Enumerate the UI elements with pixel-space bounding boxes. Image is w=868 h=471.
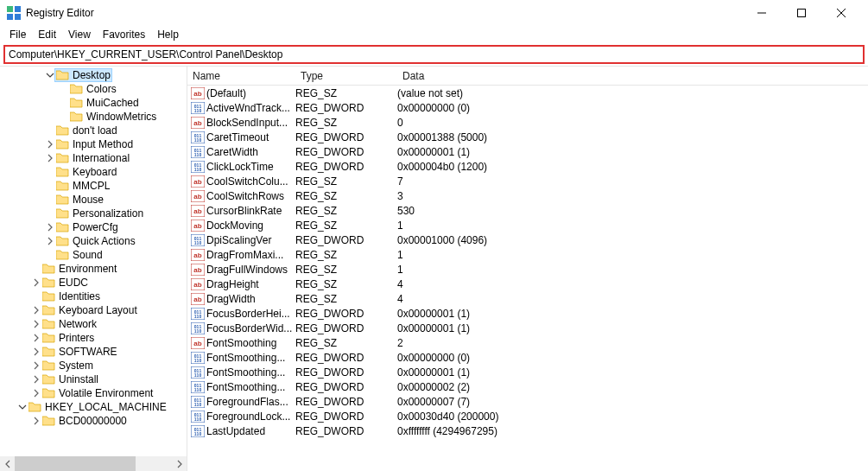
expand-icon[interactable] — [45, 153, 55, 163]
list-row[interactable]: CursorBlinkRateREG_SZ530 — [187, 203, 868, 218]
expand-icon[interactable] — [31, 333, 41, 343]
expand-icon[interactable] — [31, 360, 41, 371]
tree-item[interactable]: Identities — [0, 290, 187, 303]
menu-file[interactable]: File — [3, 28, 32, 41]
tree-item[interactable]: Mouse — [0, 193, 187, 207]
menu-bar: File Edit View Favorites Help — [0, 26, 868, 43]
scroll-left-icon[interactable] — [0, 456, 15, 471]
expand-icon[interactable] — [45, 222, 55, 232]
expand-icon[interactable] — [45, 139, 55, 150]
list-row[interactable]: DragHeightREG_SZ4 — [187, 277, 868, 291]
list-row[interactable]: CaretWidthREG_DWORD0x00000001 (1) — [187, 144, 868, 159]
value-type: REG_DWORD — [295, 161, 397, 173]
expand-icon[interactable] — [31, 347, 41, 357]
expand-icon[interactable] — [31, 305, 41, 315]
list-row[interactable]: DpiScalingVerREG_DWORD0x00001000 (4096) — [187, 232, 868, 247]
folder-icon — [56, 152, 70, 164]
list-row[interactable]: CoolSwitchRowsREG_SZ3 — [187, 188, 868, 203]
tree-item[interactable]: MMCPL — [0, 179, 187, 193]
tree-item[interactable]: Keyboard — [0, 165, 187, 179]
value-type: REG_DWORD — [295, 234, 397, 246]
list-row[interactable]: FocusBorderHei...REG_DWORD0x00000001 (1) — [187, 306, 868, 321]
list-row[interactable]: FocusBorderWid...REG_DWORD0x00000001 (1) — [187, 321, 868, 335]
list-row[interactable]: LastUpdatedREG_DWORD0xffffffff (42949672… — [187, 423, 868, 438]
value-name: CaretWidth — [206, 146, 295, 158]
expand-icon[interactable] — [45, 236, 55, 246]
tree-item-label: Environment — [59, 263, 117, 275]
list-row[interactable]: DragWidthREG_SZ4 — [187, 291, 868, 306]
list-row[interactable]: CaretTimeoutREG_DWORD0x00001388 (5000) — [187, 130, 868, 144]
tree-item[interactable]: BCD00000000 — [0, 414, 187, 428]
value-data: 0x00000007 (7) — [397, 396, 868, 408]
list-row[interactable]: DragFullWindowsREG_SZ1 — [187, 262, 868, 277]
tree-item[interactable]: Printers — [0, 331, 187, 345]
list-row[interactable]: ClickLockTimeREG_DWORD0x000004b0 (1200) — [187, 159, 868, 174]
tree-item[interactable]: System — [0, 359, 187, 372]
list-row[interactable]: ForegroundFlas...REG_DWORD0x00000007 (7) — [187, 394, 868, 409]
tree-item[interactable]: Colors — [0, 82, 187, 96]
scroll-track[interactable] — [15, 456, 172, 471]
tree-item[interactable]: WindowMetrics — [0, 110, 187, 124]
tree-item[interactable]: SOFTWARE — [0, 345, 187, 359]
value-type: REG_DWORD — [295, 381, 397, 393]
list-row[interactable]: BlockSendInput...REG_SZ0 — [187, 115, 868, 130]
column-name[interactable]: Name — [187, 67, 295, 85]
list-row[interactable]: DragFromMaxi...REG_SZ1 — [187, 247, 868, 262]
tree-item[interactable]: Uninstall — [0, 372, 187, 386]
tree-item[interactable]: Environment — [0, 262, 187, 276]
expand-icon[interactable] — [31, 388, 41, 398]
svg-rect-9 — [798, 10, 806, 17]
tree-item[interactable]: International — [0, 151, 187, 165]
tree-item[interactable]: Quick Actions — [0, 234, 187, 248]
tree-item[interactable]: Input Method — [0, 137, 187, 151]
list-row[interactable]: FontSmoothing...REG_DWORD0x00000001 (1) — [187, 365, 868, 379]
list-row[interactable]: DockMovingREG_SZ1 — [187, 218, 868, 232]
folder-icon — [56, 194, 70, 206]
menu-favorites[interactable]: Favorites — [97, 28, 151, 41]
column-data[interactable]: Data — [397, 67, 868, 85]
tree-pane[interactable]: DesktopColorsMuiCachedWindowMetricsdon't… — [0, 67, 187, 471]
value-type: REG_SZ — [295, 205, 397, 217]
tree-item[interactable]: don't load — [0, 124, 187, 137]
expand-icon[interactable] — [31, 277, 41, 288]
maximize-button[interactable] — [782, 0, 821, 26]
menu-view[interactable]: View — [62, 28, 97, 41]
tree-item[interactable]: MuiCached — [0, 96, 187, 110]
scroll-thumb[interactable] — [15, 456, 136, 471]
list-row[interactable]: ActiveWndTrack...REG_DWORD0x00000000 (0) — [187, 100, 868, 115]
list-body[interactable]: (Default)REG_SZ(value not set)ActiveWndT… — [187, 86, 868, 471]
tree-item[interactable]: Sound — [0, 248, 187, 262]
tree-item[interactable]: EUDC — [0, 276, 187, 290]
address-bar[interactable]: Computer\HKEY_CURRENT_USER\Control Panel… — [3, 45, 865, 64]
tree-item[interactable]: Keyboard Layout — [0, 303, 187, 317]
list-row[interactable]: (Default)REG_SZ(value not set) — [187, 86, 868, 100]
binary-value-icon — [189, 366, 206, 379]
minimize-button[interactable] — [742, 0, 782, 26]
tree-item[interactable]: HKEY_LOCAL_MACHINE — [0, 400, 187, 414]
binary-value-icon — [189, 380, 206, 394]
column-type[interactable]: Type — [295, 67, 397, 85]
tree-item[interactable]: PowerCfg — [0, 220, 187, 234]
list-row[interactable]: FontSmoothing...REG_DWORD0x00000000 (0) — [187, 350, 868, 365]
scroll-right-icon[interactable] — [172, 456, 187, 471]
string-value-icon — [189, 219, 206, 232]
collapse-icon[interactable] — [17, 402, 28, 412]
menu-help[interactable]: Help — [151, 28, 185, 41]
close-button[interactable] — [821, 0, 861, 26]
tree-item[interactable]: Network — [0, 317, 187, 331]
tree-item-label: Keyboard — [73, 166, 117, 178]
string-value-icon — [189, 116, 206, 130]
list-row[interactable]: ForegroundLock...REG_DWORD0x00030d40 (20… — [187, 409, 868, 423]
tree-item[interactable]: Volatile Environment — [0, 386, 187, 400]
expand-icon[interactable] — [31, 416, 41, 426]
tree-item[interactable]: Personalization — [0, 207, 187, 220]
tree-item[interactable]: Desktop — [0, 68, 187, 82]
expand-icon[interactable] — [31, 319, 41, 329]
expand-icon[interactable] — [31, 374, 41, 385]
list-row[interactable]: FontSmoothing...REG_DWORD0x00000002 (2) — [187, 379, 868, 394]
folder-icon — [42, 290, 56, 302]
list-row[interactable]: FontSmoothingREG_SZ2 — [187, 335, 868, 350]
list-row[interactable]: CoolSwitchColu...REG_SZ7 — [187, 174, 868, 188]
menu-edit[interactable]: Edit — [32, 28, 62, 41]
tree-horizontal-scrollbar[interactable] — [0, 456, 187, 471]
